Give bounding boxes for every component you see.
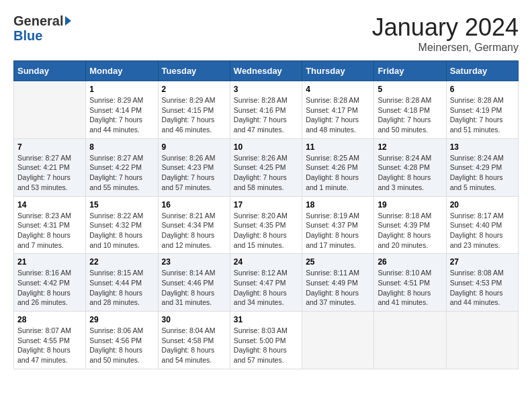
day-info: Sunrise: 8:28 AM Sunset: 4:19 PM Dayligh… xyxy=(450,95,515,135)
day-info: Sunrise: 8:08 AM Sunset: 4:53 PM Dayligh… xyxy=(450,268,515,308)
calendar-col-header: Sunday xyxy=(14,61,86,81)
calendar-day-cell: 24Sunrise: 8:12 AM Sunset: 4:47 PM Dayli… xyxy=(230,254,302,312)
day-info: Sunrise: 8:26 AM Sunset: 4:23 PM Dayligh… xyxy=(162,153,226,193)
calendar-day-cell: 6Sunrise: 8:28 AM Sunset: 4:19 PM Daylig… xyxy=(446,81,518,139)
calendar-col-header: Saturday xyxy=(446,61,518,81)
day-number: 4 xyxy=(306,85,370,94)
day-info: Sunrise: 8:28 AM Sunset: 4:16 PM Dayligh… xyxy=(234,95,298,135)
day-info: Sunrise: 8:25 AM Sunset: 4:26 PM Dayligh… xyxy=(306,153,370,193)
day-number: 17 xyxy=(234,200,298,210)
day-info: Sunrise: 8:29 AM Sunset: 4:15 PM Dayligh… xyxy=(162,95,226,135)
calendar-header-row: SundayMondayTuesdayWednesdayThursdayFrid… xyxy=(14,61,519,81)
day-number: 2 xyxy=(162,85,226,94)
calendar-day-cell: 13Sunrise: 8:24 AM Sunset: 4:29 PM Dayli… xyxy=(446,138,518,196)
calendar-day-cell: 27Sunrise: 8:08 AM Sunset: 4:53 PM Dayli… xyxy=(446,254,518,312)
day-number: 26 xyxy=(378,257,442,267)
logo-blue-text: Blue xyxy=(13,28,42,43)
day-number: 13 xyxy=(450,142,515,152)
day-number: 25 xyxy=(306,257,370,267)
day-number: 3 xyxy=(234,85,298,94)
day-number: 29 xyxy=(89,315,154,324)
calendar-day-cell xyxy=(14,81,86,139)
page-header: General Blue January 2024 Meinersen, Ger… xyxy=(13,13,519,54)
calendar-day-cell: 23Sunrise: 8:14 AM Sunset: 4:46 PM Dayli… xyxy=(158,254,230,312)
calendar-week-row: 14Sunrise: 8:23 AM Sunset: 4:31 PM Dayli… xyxy=(14,196,519,254)
day-info: Sunrise: 8:23 AM Sunset: 4:31 PM Dayligh… xyxy=(17,211,82,250)
day-number: 28 xyxy=(17,315,82,324)
calendar-day-cell: 7Sunrise: 8:27 AM Sunset: 4:21 PM Daylig… xyxy=(14,138,86,196)
day-number: 20 xyxy=(450,200,515,210)
day-info: Sunrise: 8:28 AM Sunset: 4:18 PM Dayligh… xyxy=(378,95,442,135)
calendar-day-cell xyxy=(302,312,374,369)
day-info: Sunrise: 8:16 AM Sunset: 4:42 PM Dayligh… xyxy=(17,268,82,308)
day-number: 15 xyxy=(89,200,154,210)
day-number: 10 xyxy=(234,142,298,152)
day-info: Sunrise: 8:14 AM Sunset: 4:46 PM Dayligh… xyxy=(162,268,226,308)
calendar-day-cell: 17Sunrise: 8:20 AM Sunset: 4:35 PM Dayli… xyxy=(230,196,302,254)
day-number: 7 xyxy=(17,142,82,152)
day-info: Sunrise: 8:17 AM Sunset: 4:40 PM Dayligh… xyxy=(450,211,515,250)
day-info: Sunrise: 8:03 AM Sunset: 5:00 PM Dayligh… xyxy=(234,326,298,365)
calendar-day-cell: 25Sunrise: 8:11 AM Sunset: 4:49 PM Dayli… xyxy=(302,254,374,312)
calendar-day-cell: 2Sunrise: 8:29 AM Sunset: 4:15 PM Daylig… xyxy=(158,81,230,139)
calendar-week-row: 21Sunrise: 8:16 AM Sunset: 4:42 PM Dayli… xyxy=(14,254,519,312)
calendar-day-cell xyxy=(374,312,446,369)
calendar-day-cell: 9Sunrise: 8:26 AM Sunset: 4:23 PM Daylig… xyxy=(158,138,230,196)
day-info: Sunrise: 8:22 AM Sunset: 4:32 PM Dayligh… xyxy=(89,211,154,250)
calendar-day-cell: 12Sunrise: 8:24 AM Sunset: 4:28 PM Dayli… xyxy=(374,138,446,196)
calendar-day-cell: 15Sunrise: 8:22 AM Sunset: 4:32 PM Dayli… xyxy=(86,196,158,254)
day-info: Sunrise: 8:28 AM Sunset: 4:17 PM Dayligh… xyxy=(306,95,370,135)
calendar-col-header: Thursday xyxy=(302,61,374,81)
day-info: Sunrise: 8:29 AM Sunset: 4:14 PM Dayligh… xyxy=(89,95,154,135)
calendar-day-cell: 19Sunrise: 8:18 AM Sunset: 4:39 PM Dayli… xyxy=(374,196,446,254)
day-info: Sunrise: 8:06 AM Sunset: 4:56 PM Dayligh… xyxy=(89,326,154,365)
day-number: 24 xyxy=(234,257,298,267)
calendar-day-cell: 5Sunrise: 8:28 AM Sunset: 4:18 PM Daylig… xyxy=(374,81,446,139)
calendar-day-cell: 16Sunrise: 8:21 AM Sunset: 4:34 PM Dayli… xyxy=(158,196,230,254)
day-number: 22 xyxy=(89,257,154,267)
day-info: Sunrise: 8:04 AM Sunset: 4:58 PM Dayligh… xyxy=(162,326,226,365)
day-info: Sunrise: 8:20 AM Sunset: 4:35 PM Dayligh… xyxy=(234,211,298,250)
day-info: Sunrise: 8:27 AM Sunset: 4:22 PM Dayligh… xyxy=(89,153,154,193)
day-number: 16 xyxy=(162,200,226,210)
day-number: 18 xyxy=(306,200,370,210)
day-info: Sunrise: 8:27 AM Sunset: 4:21 PM Dayligh… xyxy=(17,153,82,193)
calendar-day-cell: 4Sunrise: 8:28 AM Sunset: 4:17 PM Daylig… xyxy=(302,81,374,139)
calendar-day-cell: 10Sunrise: 8:26 AM Sunset: 4:25 PM Dayli… xyxy=(230,138,302,196)
calendar-day-cell: 29Sunrise: 8:06 AM Sunset: 4:56 PM Dayli… xyxy=(86,312,158,369)
logo: General Blue xyxy=(13,13,71,43)
month-title: January 2024 xyxy=(372,13,519,42)
day-info: Sunrise: 8:19 AM Sunset: 4:37 PM Dayligh… xyxy=(306,211,370,250)
calendar-day-cell: 21Sunrise: 8:16 AM Sunset: 4:42 PM Dayli… xyxy=(14,254,86,312)
day-number: 23 xyxy=(162,257,226,267)
day-info: Sunrise: 8:12 AM Sunset: 4:47 PM Dayligh… xyxy=(234,268,298,308)
calendar-col-header: Monday xyxy=(86,61,158,81)
calendar-week-row: 7Sunrise: 8:27 AM Sunset: 4:21 PM Daylig… xyxy=(14,138,519,196)
day-number: 30 xyxy=(162,315,226,324)
calendar-day-cell: 1Sunrise: 8:29 AM Sunset: 4:14 PM Daylig… xyxy=(86,81,158,139)
day-info: Sunrise: 8:07 AM Sunset: 4:55 PM Dayligh… xyxy=(17,326,82,365)
title-area: January 2024 Meinersen, Germany xyxy=(372,13,519,54)
day-info: Sunrise: 8:10 AM Sunset: 4:51 PM Dayligh… xyxy=(378,268,442,308)
day-info: Sunrise: 8:24 AM Sunset: 4:28 PM Dayligh… xyxy=(378,153,442,193)
day-number: 5 xyxy=(378,85,442,94)
calendar-col-header: Wednesday xyxy=(230,61,302,81)
calendar-day-cell: 31Sunrise: 8:03 AM Sunset: 5:00 PM Dayli… xyxy=(230,312,302,369)
day-info: Sunrise: 8:15 AM Sunset: 4:44 PM Dayligh… xyxy=(89,268,154,308)
calendar-day-cell: 14Sunrise: 8:23 AM Sunset: 4:31 PM Dayli… xyxy=(14,196,86,254)
logo-triangle-icon xyxy=(65,16,71,26)
calendar-day-cell: 3Sunrise: 8:28 AM Sunset: 4:16 PM Daylig… xyxy=(230,81,302,139)
day-info: Sunrise: 8:18 AM Sunset: 4:39 PM Dayligh… xyxy=(378,211,442,250)
day-number: 12 xyxy=(378,142,442,152)
day-info: Sunrise: 8:21 AM Sunset: 4:34 PM Dayligh… xyxy=(162,211,226,250)
day-number: 8 xyxy=(89,142,154,152)
day-number: 31 xyxy=(234,315,298,324)
day-number: 11 xyxy=(306,142,370,152)
day-number: 19 xyxy=(378,200,442,210)
day-number: 21 xyxy=(17,257,82,267)
day-number: 9 xyxy=(162,142,226,152)
day-number: 6 xyxy=(450,85,515,94)
location-text: Meinersen, Germany xyxy=(372,42,519,54)
calendar-day-cell: 18Sunrise: 8:19 AM Sunset: 4:37 PM Dayli… xyxy=(302,196,374,254)
calendar-day-cell xyxy=(446,312,518,369)
